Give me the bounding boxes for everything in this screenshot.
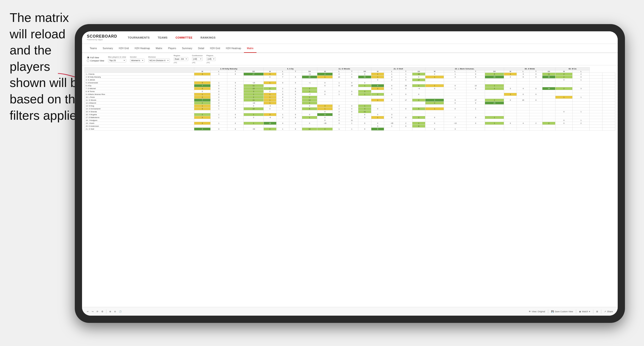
matrix-cell: 0 (317, 84, 333, 87)
matrix-cell: 1 (276, 102, 289, 105)
sub-dif4: Dif (412, 70, 425, 73)
matrix-cell: 1 (426, 76, 444, 79)
division-select[interactable]: NCAA Division II NCAA Division I (148, 59, 170, 62)
matrix-cell: 1 (276, 113, 289, 116)
nav-rankings[interactable]: RANKINGS (197, 35, 219, 40)
nav-committee[interactable]: COMMITTEE (172, 35, 196, 40)
matrix-cell (517, 102, 530, 105)
matrix-cell (572, 116, 590, 119)
matrix-cell (542, 102, 556, 105)
matrix-cell (466, 79, 485, 81)
matrix-cell (426, 125, 444, 128)
region-select[interactable]: East - DII (All) (174, 57, 188, 61)
grid-button[interactable]: ⊞ (596, 310, 598, 313)
matrix-cell: 0 (466, 102, 485, 105)
matrix-cell: 0 (384, 76, 400, 79)
subnav-matrix2[interactable]: Matrix (244, 44, 256, 53)
matrix-cell: 1 (244, 113, 264, 116)
subnav-h2h-grid2[interactable]: H2H Grid (207, 44, 223, 52)
matrix-cell (590, 79, 602, 81)
matrix-cell (572, 128, 590, 131)
undo-button[interactable]: ↩ (87, 310, 89, 313)
matrix-cell (590, 128, 602, 131)
matrix-cell (289, 73, 302, 76)
matrix-cell: 0 (289, 93, 302, 96)
matrix-cell: 0 (227, 113, 244, 116)
matrix-cell (384, 102, 400, 105)
matrix-cell: 1 (572, 79, 590, 81)
nav-teams[interactable]: TEAMS (154, 35, 171, 40)
undo2-button[interactable]: ↪ (92, 310, 94, 313)
subnav-summary[interactable]: Summary (100, 44, 116, 52)
players-select[interactable]: (All) (206, 57, 216, 61)
subnav-h2h-heatmap[interactable]: H2H Heatmap (132, 44, 153, 52)
matrix-cell: 0 (371, 113, 384, 116)
conference-select[interactable]: (All) (192, 57, 203, 61)
table-row: 20. E Andersson0108 (85, 125, 615, 128)
matrix-cell (444, 105, 466, 107)
clock-button[interactable]: 🕐 (119, 310, 122, 313)
subnav-players[interactable]: Players (165, 44, 179, 52)
matrix-cell (504, 84, 517, 87)
settings-button[interactable]: ⚙ (101, 310, 103, 313)
radio-compact-view[interactable]: Compact View (87, 59, 104, 62)
matrix-cell (244, 110, 264, 113)
eye-icon: ◉ (579, 310, 581, 313)
matrix-cell: 0 (276, 99, 289, 102)
logo-title: SCOREBOARD (87, 34, 117, 38)
share-button[interactable]: ↗ Share (604, 310, 613, 313)
chevron-down-icon: ▾ (589, 310, 590, 313)
subnav-h2h-heatmap2[interactable]: H2H Heatmap (223, 44, 244, 52)
matrix-cell: 0 (289, 107, 302, 110)
table-row: 6. A Dy70111001414025110131 (85, 84, 615, 87)
subnav-detail[interactable]: Detail (195, 44, 207, 52)
matrix-cell (194, 125, 210, 128)
matrix-cell (556, 125, 572, 128)
refresh-button[interactable]: ⟳ (96, 310, 98, 313)
save-custom-button[interactable]: 💾 Save Custom View (551, 310, 573, 313)
matrix-cell (371, 90, 384, 93)
matrix-cell: 1 (211, 122, 227, 125)
matrix-cell (384, 96, 400, 99)
matrix-cell: 1 (333, 116, 346, 119)
col-header-woods: 11. G Woods (317, 67, 371, 70)
matrix-cell (590, 125, 602, 128)
gender-select[interactable]: Women's Men's (130, 59, 144, 62)
zoom-out-button[interactable]: ⊖ (114, 310, 116, 313)
sub-l7: L (572, 70, 590, 73)
matrix-cell (602, 93, 615, 96)
watch-button[interactable]: ◉ Watch ▾ (579, 310, 590, 313)
zoom-button[interactable]: ⊕ (109, 310, 111, 313)
matrix-cell: 3 (317, 105, 333, 107)
matrix-cell: 2 (542, 122, 556, 125)
matrix-cell: 1 (317, 107, 333, 110)
matrix-cell: 45 (485, 76, 504, 79)
matrix-cell: 2 (384, 79, 400, 81)
matrix-cell (346, 99, 358, 102)
matrix-cell (530, 96, 542, 99)
matrix-cell: 2 (556, 73, 572, 76)
radio-full-view[interactable]: Full View (87, 56, 104, 59)
matrix-cell (556, 99, 572, 102)
matrix-cell: 1 (400, 76, 412, 79)
subnav-matrix[interactable]: Matrix (153, 44, 165, 52)
matrix-cell: 0 (426, 128, 444, 131)
matrix-cell: 5 (412, 107, 425, 110)
matrix-cell (346, 87, 358, 90)
subnav-summary2[interactable]: Summary (179, 44, 195, 52)
view-original-button[interactable]: 👁 View: Original (529, 310, 545, 313)
matrix-cell: 0 (289, 81, 302, 84)
matrix-cell: 2 (333, 105, 346, 107)
full-view-label: Full View (90, 56, 99, 59)
subnav-teams[interactable]: Teams (87, 44, 100, 52)
max-players-select[interactable]: Top 25 Top 50 (108, 59, 126, 62)
subnav-h2h-grid[interactable]: H2H Grid (116, 44, 132, 52)
matrix-cell (572, 93, 590, 96)
matrix-cell (517, 84, 530, 87)
matrix-cell: 0 (358, 73, 371, 76)
matrix-cell: 7 (276, 76, 289, 79)
matrix-cell (444, 125, 466, 128)
matrix-cell (317, 99, 333, 102)
matrix-cell: 0 (211, 128, 227, 131)
nav-tournaments[interactable]: TOURNAMENTS (124, 35, 153, 40)
